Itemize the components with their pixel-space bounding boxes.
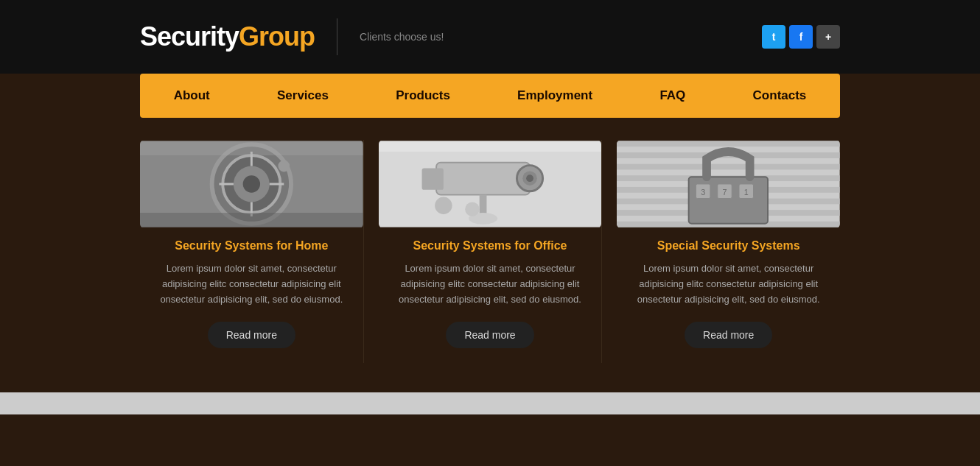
card-home: Security Systems for Home Lorem ipsum do… (140, 140, 364, 363)
svg-text:3: 3 (701, 188, 706, 197)
google-plus-icon[interactable]: + (816, 25, 840, 49)
card-home-title: Security Systems for Home (167, 239, 335, 253)
nav-item-contacts[interactable]: Contacts (731, 74, 829, 118)
facebook-icon[interactable]: f (789, 25, 813, 49)
safe-image (140, 140, 363, 228)
footer (0, 392, 980, 414)
logo-area: SecurityGroup Clients choose us! (140, 18, 444, 55)
card-office-read-more[interactable]: Read more (446, 322, 533, 348)
svg-rect-13 (436, 163, 530, 195)
main-nav: About Services Products Employment FAQ C… (140, 74, 840, 118)
svg-text:7: 7 (723, 188, 727, 197)
nav-link-employment[interactable]: Employment (495, 74, 615, 118)
svg-point-9 (278, 160, 290, 172)
card-home-image (140, 140, 363, 228)
svg-rect-10 (140, 141, 363, 155)
nav-link-contacts[interactable]: Contacts (731, 74, 829, 118)
logo-group[interactable]: Group (239, 21, 315, 52)
logo-divider (337, 18, 337, 55)
card-special-image: 3 7 1 (617, 140, 840, 228)
card-office-title: Security Systems for Office (406, 239, 575, 253)
card-special-text: Lorem ipsum dolor sit amet, consectetur … (617, 261, 840, 307)
nav-link-services[interactable]: Services (255, 74, 351, 118)
nav-item-about[interactable]: About (152, 74, 232, 118)
tagline: Clients choose us! (360, 31, 444, 43)
svg-point-21 (465, 202, 480, 216)
nav-item-faq[interactable]: FAQ (637, 74, 707, 118)
svg-rect-14 (421, 169, 443, 190)
nav-item-services[interactable]: Services (255, 74, 351, 118)
svg-point-20 (435, 197, 452, 214)
header: SecurityGroup Clients choose us! t f + (0, 0, 980, 74)
logo-security[interactable]: Security (140, 21, 239, 52)
svg-text:1: 1 (744, 188, 749, 197)
nav-item-employment[interactable]: Employment (495, 74, 615, 118)
main-content: Security Systems for Home Lorem ipsum do… (0, 118, 980, 392)
camera-image (379, 140, 602, 228)
nav-link-products[interactable]: Products (374, 74, 472, 118)
svg-point-17 (526, 174, 533, 182)
twitter-icon[interactable]: t (762, 25, 785, 49)
svg-rect-26 (617, 164, 840, 170)
svg-point-4 (243, 175, 260, 192)
card-special: 3 7 1 Special Security Systems Lorem ips… (617, 140, 840, 363)
card-office: Security Systems for Office Lorem ipsum … (379, 140, 603, 363)
card-office-text: Lorem ipsum dolor sit amet, consectetur … (379, 261, 602, 307)
card-office-image (379, 140, 602, 228)
svg-rect-24 (617, 141, 840, 146)
nav-link-about[interactable]: About (152, 74, 232, 118)
card-home-read-more[interactable]: Read more (208, 322, 295, 348)
card-special-read-more[interactable]: Read more (685, 322, 772, 348)
nav-link-faq[interactable]: FAQ (637, 74, 707, 118)
svg-rect-11 (140, 213, 363, 227)
social-icons: t f + (762, 25, 840, 49)
card-home-text: Lorem ipsum dolor sit amet, consectetur … (140, 261, 363, 307)
svg-rect-22 (379, 141, 602, 152)
nav-item-products[interactable]: Products (374, 74, 472, 118)
card-special-title: Special Security Systems (650, 239, 808, 253)
lock-image: 3 7 1 (617, 140, 840, 228)
